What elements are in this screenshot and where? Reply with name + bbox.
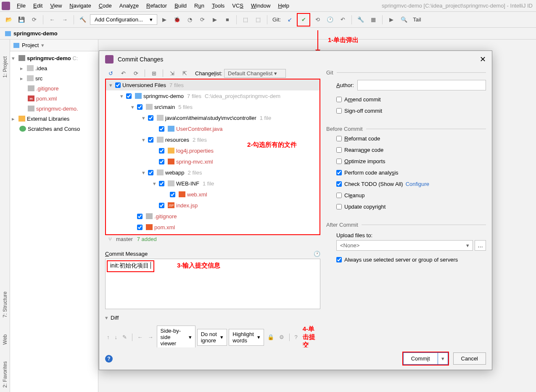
- cancel-button[interactable]: Cancel: [453, 352, 486, 365]
- menu-analyze[interactable]: Analyze: [116, 2, 142, 10]
- run-icon[interactable]: ▶: [159, 14, 170, 25]
- git-clock-icon[interactable]: 🕐: [325, 14, 335, 25]
- tree-iml[interactable]: springmvc-demo.: [10, 103, 98, 114]
- menu-vcs[interactable]: VCS: [229, 2, 247, 10]
- tab-structure[interactable]: 7: Structure: [2, 291, 8, 318]
- tab-project[interactable]: 1: Project: [2, 56, 8, 78]
- tree-log4j[interactable]: log4j.properties: [106, 145, 319, 156]
- search-icon[interactable]: 🔍: [399, 14, 409, 25]
- cleanup-checkbox[interactable]: [336, 193, 342, 198]
- open-icon[interactable]: 📂: [3, 14, 14, 25]
- left-icon[interactable]: ←: [136, 333, 145, 341]
- refresh-icon[interactable]: ⟳: [130, 68, 141, 79]
- todo-checkbox[interactable]: [336, 181, 342, 187]
- always-checkbox[interactable]: [336, 257, 342, 262]
- menu-view[interactable]: View: [47, 2, 65, 10]
- optimize-checkbox[interactable]: [336, 159, 342, 164]
- tree-src[interactable]: ▸src: [10, 73, 98, 83]
- reformat-checkbox[interactable]: [336, 136, 342, 141]
- tree-ext-lib[interactable]: ▸External Libraries: [10, 114, 98, 124]
- git-update-icon[interactable]: ↙: [284, 14, 295, 25]
- highlight-select[interactable]: Highlight words▾: [229, 329, 264, 346]
- tab-web[interactable]: Web: [2, 334, 8, 344]
- menu-window[interactable]: Window: [248, 2, 274, 10]
- attach-icon[interactable]: ⬚: [240, 14, 251, 25]
- commit-dropdown[interactable]: ▾: [438, 352, 448, 365]
- tree-webxml[interactable]: web.xml: [106, 189, 319, 200]
- run2-icon[interactable]: ▶: [209, 14, 220, 25]
- back-icon[interactable]: ←: [47, 14, 58, 25]
- tree-scratch[interactable]: Scratches and Conso: [10, 124, 98, 134]
- git-history-icon[interactable]: ⟲: [312, 14, 323, 25]
- next-icon[interactable]: ↓: [113, 333, 119, 341]
- debug-icon[interactable]: 🐞: [172, 14, 182, 25]
- right-icon[interactable]: →: [146, 333, 155, 341]
- tree-resources[interactable]: ▾resources2 files: [106, 134, 319, 145]
- gear-icon[interactable]: ⚙: [277, 333, 286, 341]
- coverage-icon[interactable]: ◔: [184, 14, 195, 25]
- upload-more-button[interactable]: …: [475, 240, 486, 251]
- menu-help[interactable]: Help: [275, 2, 293, 10]
- menu-build[interactable]: Build: [171, 2, 190, 10]
- collapse-icon[interactable]: ⇱: [179, 68, 190, 79]
- rearrange-checkbox[interactable]: [336, 147, 342, 153]
- commit-button[interactable]: Commit: [403, 352, 438, 365]
- signoff-checkbox[interactable]: [336, 108, 342, 114]
- build-icon[interactable]: 🔨: [77, 14, 88, 25]
- tree-springmvc[interactable]: spring-mvc.xml: [106, 156, 319, 167]
- tree-module[interactable]: ▾springmvc-demo7 filesC:\idea_project\sp…: [106, 90, 319, 101]
- tree-usercontroller[interactable]: UserController.java: [106, 123, 319, 134]
- copyright-checkbox[interactable]: [336, 204, 342, 209]
- edit-icon[interactable]: ✎: [121, 333, 129, 341]
- tree-pom[interactable]: pom.xml: [106, 222, 319, 233]
- close-icon[interactable]: ✕: [480, 55, 486, 64]
- attach2-icon[interactable]: ⬚: [253, 14, 264, 25]
- upload-select[interactable]: <None>▾: [336, 240, 473, 251]
- tree-root[interactable]: ▾springmvc-demo C:: [10, 53, 98, 63]
- git-commit-icon[interactable]: ✔: [298, 14, 309, 25]
- tree-webapp[interactable]: ▾webapp2 files: [106, 167, 319, 178]
- tree-idea[interactable]: ▸.idea: [10, 63, 98, 73]
- tool-icon[interactable]: ▦: [368, 14, 379, 25]
- analysis-checkbox[interactable]: [336, 170, 342, 175]
- run-config-select[interactable]: Add Configuration...▾: [90, 14, 157, 25]
- configure-link[interactable]: Configure: [406, 181, 429, 187]
- profile-icon[interactable]: ⟳: [197, 14, 208, 25]
- menu-run[interactable]: Run: [191, 2, 208, 10]
- breadcrumb-project[interactable]: springmvc-demo: [13, 30, 58, 37]
- undo-icon[interactable]: ↶: [118, 68, 129, 79]
- changelist-select[interactable]: Default Changelist ▾: [224, 69, 286, 78]
- tree-indexjsp[interactable]: JSPindex.jsp: [106, 200, 319, 211]
- save-icon[interactable]: 💾: [16, 14, 27, 25]
- menu-refactor[interactable]: Refactor: [143, 2, 170, 10]
- project-header[interactable]: Project ▾: [10, 40, 98, 51]
- sync-icon[interactable]: ⟳: [29, 14, 40, 25]
- unversioned-group[interactable]: ▾Unversioned Files7 files: [106, 79, 319, 90]
- rollback-icon[interactable]: ↺: [105, 68, 116, 79]
- tree-javapath[interactable]: ▾java\com\itheima\study\mvc\controller1 …: [106, 112, 319, 123]
- tree-webinf[interactable]: ▾WEB-INF1 file: [106, 178, 319, 189]
- help-icon[interactable]: ?: [105, 355, 113, 363]
- group-icon[interactable]: ⊞: [148, 68, 159, 79]
- git-revert-icon[interactable]: ↶: [337, 14, 348, 25]
- amend-checkbox[interactable]: [336, 97, 342, 102]
- settings-icon[interactable]: 🔧: [355, 14, 366, 25]
- tree-gitignore[interactable]: .gitignore: [106, 211, 319, 222]
- commit-message-input[interactable]: init:初始化项目 3-输入提交信息: [105, 259, 320, 309]
- tab-favorites[interactable]: 2: Favorites: [2, 361, 8, 388]
- viewer-select[interactable]: Side-by-side viewer▾: [157, 326, 195, 347]
- tree-pom[interactable]: mpom.xml: [10, 93, 98, 103]
- menu-code[interactable]: Code: [95, 2, 115, 10]
- ignore-select[interactable]: Do not ignore▾: [197, 329, 227, 346]
- tree-srcmain[interactable]: ▾src\main5 files: [106, 101, 319, 112]
- author-input[interactable]: [357, 80, 486, 90]
- stop-icon[interactable]: ■: [222, 14, 233, 25]
- menu-tools[interactable]: Tools: [209, 2, 228, 10]
- menu-edit[interactable]: Edit: [30, 2, 46, 10]
- diff-header[interactable]: ▾Diff: [105, 313, 320, 323]
- prev-icon[interactable]: ↑: [105, 333, 111, 341]
- lock-icon[interactable]: 🔒: [266, 333, 276, 341]
- expand-icon[interactable]: ⇲: [166, 68, 177, 79]
- search-target-icon[interactable]: ▶: [386, 14, 397, 25]
- dropdown-icon[interactable]: ▾: [41, 42, 44, 48]
